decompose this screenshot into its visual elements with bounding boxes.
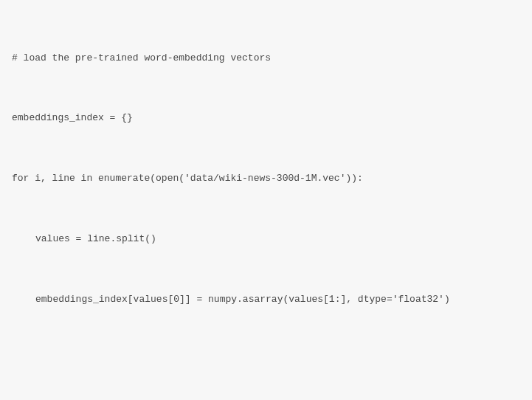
code-line: values = line.split() <box>12 229 520 249</box>
code-block: # load the pre-trained word-embedding ve… <box>12 7 520 400</box>
code-line: embeddings_index[values[0]] = numpy.asar… <box>12 289 520 309</box>
code-line: embeddings_index = {} <box>12 108 520 128</box>
code-line: for i, line in enumerate(open('data/wiki… <box>12 168 520 188</box>
code-line <box>12 350 520 363</box>
code-line: # load the pre-trained word-embedding ve… <box>12 48 520 68</box>
